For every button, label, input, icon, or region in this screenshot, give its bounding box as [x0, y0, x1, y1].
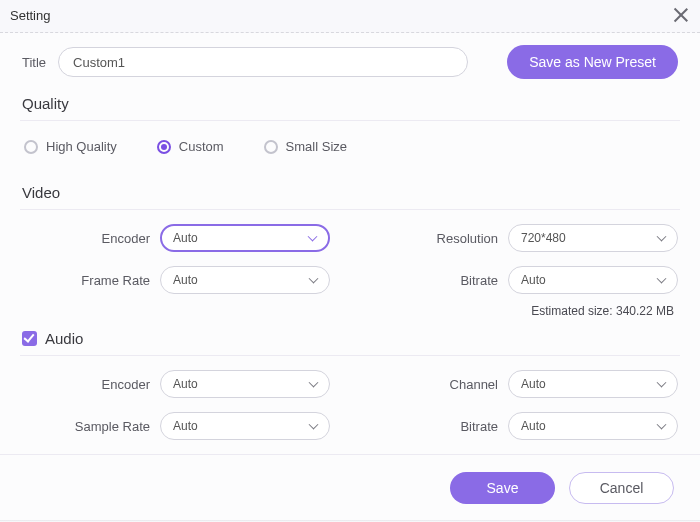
video-section: Video Encoder Auto Resolution 720*480 — [22, 184, 678, 328]
video-encoder-select[interactable]: Auto — [160, 224, 330, 252]
title-input[interactable] — [58, 47, 468, 77]
field-label: Bitrate — [460, 419, 498, 434]
select-value: Auto — [521, 377, 546, 391]
select-value: Auto — [521, 419, 546, 433]
field-label: Bitrate — [460, 273, 498, 288]
video-resolution-select[interactable]: 720*480 — [508, 224, 678, 252]
title-label: Title — [22, 55, 46, 70]
field-label: Sample Rate — [75, 419, 150, 434]
audio-heading: Audio — [45, 330, 83, 347]
field-label: Resolution — [437, 231, 498, 246]
save-button[interactable]: Save — [450, 472, 555, 504]
video-heading: Video — [22, 184, 60, 201]
audio-sample-rate-select[interactable]: Auto — [160, 412, 330, 440]
video-frame-rate-field: Frame Rate Auto — [22, 266, 330, 294]
radio-label: Small Size — [286, 139, 347, 154]
radio-icon — [157, 140, 171, 154]
select-value: Auto — [521, 273, 546, 287]
audio-encoder-field: Encoder Auto — [22, 370, 330, 398]
radio-icon — [264, 140, 278, 154]
video-bitrate-select[interactable]: Auto — [508, 266, 678, 294]
select-value: Auto — [173, 377, 198, 391]
dialog-title: Setting — [10, 8, 50, 23]
radio-label: High Quality — [46, 139, 117, 154]
select-value: Auto — [173, 273, 198, 287]
field-label: Encoder — [102, 377, 150, 392]
field-label: Frame Rate — [81, 273, 150, 288]
select-value: Auto — [173, 231, 198, 245]
titlebar: Setting — [0, 0, 700, 33]
select-value: 720*480 — [521, 231, 566, 245]
audio-encoder-select[interactable]: Auto — [160, 370, 330, 398]
title-row: Title Save as New Preset — [22, 45, 678, 79]
audio-section: Audio Encoder Auto Channel Auto Samp — [22, 330, 678, 450]
estimated-size: Estimated size: 340.22 MB — [370, 304, 678, 318]
settings-dialog: Setting Title Save as New Preset Quality… — [0, 0, 700, 522]
dialog-footer: Save Cancel — [0, 454, 700, 520]
quality-section: Quality High Quality Custom Small Size — [22, 95, 678, 178]
close-icon[interactable] — [672, 6, 690, 24]
radio-label: Custom — [179, 139, 224, 154]
audio-checkbox[interactable] — [22, 331, 37, 346]
video-bitrate-field: Bitrate Auto — [370, 266, 678, 294]
field-label: Encoder — [102, 231, 150, 246]
dialog-content: Title Save as New Preset Quality High Qu… — [0, 33, 700, 454]
cancel-button[interactable]: Cancel — [569, 472, 674, 504]
quality-option-custom[interactable]: Custom — [157, 139, 224, 154]
quality-option-small[interactable]: Small Size — [264, 139, 347, 154]
quality-heading: Quality — [22, 95, 69, 112]
field-label: Channel — [450, 377, 498, 392]
audio-channel-select[interactable]: Auto — [508, 370, 678, 398]
audio-channel-field: Channel Auto — [370, 370, 678, 398]
audio-bitrate-field: Bitrate Auto — [370, 412, 678, 440]
save-as-preset-button[interactable]: Save as New Preset — [507, 45, 678, 79]
radio-icon — [24, 140, 38, 154]
quality-option-high[interactable]: High Quality — [24, 139, 117, 154]
select-value: Auto — [173, 419, 198, 433]
video-encoder-field: Encoder Auto — [22, 224, 330, 252]
quality-radio-group: High Quality Custom Small Size — [22, 121, 678, 178]
audio-sample-rate-field: Sample Rate Auto — [22, 412, 330, 440]
video-frame-rate-select[interactable]: Auto — [160, 266, 330, 294]
video-resolution-field: Resolution 720*480 — [370, 224, 678, 252]
audio-bitrate-select[interactable]: Auto — [508, 412, 678, 440]
